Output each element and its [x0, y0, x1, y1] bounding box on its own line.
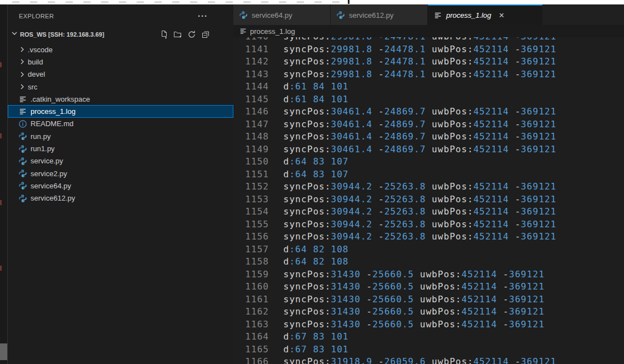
workspace-label: ROS_WS [SSH: 192.168.3.69] — [20, 31, 159, 38]
log-line: 1163syncPos:31430 -25660.5 uwbPos:452114… — [233, 318, 624, 331]
line-content: syncPos:30461.4 -24869.7 uwbPos:452114 -… — [283, 143, 556, 156]
log-line: 1164d:67 83 101 — [233, 331, 624, 343]
sidebar-item-label: src — [28, 83, 37, 91]
log-line: 1140syncPos:29981.8 -24478.1 uwbPos:4521… — [233, 37, 624, 43]
breadcrumb[interactable]: process_1.log — [233, 25, 624, 37]
new-file-icon[interactable] — [159, 30, 168, 39]
sidebar-item-service612-py[interactable]: service612.py — [8, 192, 233, 205]
log-line: 1153syncPos:30944.2 -25263.8 uwbPos:4521… — [233, 193, 624, 206]
file-text-icon — [18, 107, 28, 116]
python-icon — [18, 194, 28, 203]
activity-bar-mark — [0, 200, 2, 205]
log-line: 1158d:64 82 108 — [233, 256, 624, 268]
log-line: 1162syncPos:31430 -25660.5 uwbPos:452114… — [233, 306, 624, 318]
sidebar-item-label: .catkin_workspace — [31, 95, 90, 103]
line-number: 1162 — [233, 306, 269, 318]
sidebar-item-run1-py[interactable]: run1.py — [8, 142, 233, 154]
log-line: 1142syncPos:29981.8 -24478.1 uwbPos:4521… — [233, 56, 624, 68]
sidebar-item-label: build — [28, 58, 43, 66]
activity-bar-sliver — [0, 4, 8, 364]
python-icon — [239, 11, 248, 19]
activity-bar-mark — [0, 266, 2, 271]
line-number: 1161 — [233, 293, 269, 306]
line-content: syncPos:31430 -25660.5 uwbPos:452114 -36… — [283, 268, 545, 281]
line-content: syncPos:31430 -25660.5 uwbPos:452114 -36… — [283, 318, 545, 331]
line-content: syncPos:31430 -25660.5 uwbPos:452114 -36… — [283, 306, 545, 318]
tab-service612-py[interactable]: service612.py — [331, 4, 428, 25]
file-text-icon — [433, 11, 442, 20]
chevron-right-icon — [18, 82, 27, 91]
log-line: 1154syncPos:30944.2 -25263.8 uwbPos:4521… — [233, 206, 624, 218]
editor-pane[interactable]: 1140syncPos:29981.8 -24478.1 uwbPos:4521… — [233, 37, 624, 364]
line-number: 1140 — [233, 37, 269, 43]
sidebar-item-label: service2.py — [31, 169, 67, 178]
workspace-section-header[interactable]: ROS_WS [SSH: 192.168.3.69] — [8, 28, 233, 41]
sidebar-item-catkin-workspace[interactable]: .catkin_workspace — [8, 93, 233, 105]
sidebar-item-devel[interactable]: devel — [8, 68, 233, 81]
sidebar-item-process-1-log[interactable]: process_1.log — [8, 105, 233, 117]
line-content: d:64 82 108 — [283, 256, 349, 268]
sidebar-item-vscode[interactable]: .vscode — [8, 43, 233, 56]
line-content: d:64 83 107 — [283, 156, 349, 168]
line-content: syncPos:30461.4 -24869.7 uwbPos:452114 -… — [283, 118, 556, 131]
line-number: 1150 — [233, 156, 269, 168]
line-content: d:67 83 101 — [283, 331, 349, 343]
log-line: 1144d:61 84 101 — [233, 81, 624, 93]
tab-service64-py[interactable]: service64.py — [233, 4, 331, 25]
sidebar-item-label: service.py — [31, 157, 63, 165]
sidebar-item-label: process_1.log — [31, 107, 76, 116]
sidebar-item-label: run.py — [31, 132, 51, 141]
line-number: 1163 — [233, 318, 269, 331]
new-folder-icon[interactable] — [173, 30, 182, 39]
log-line: 1160syncPos:31430 -25660.5 uwbPos:452114… — [233, 281, 624, 293]
log-line: 1147syncPos:30461.4 -24869.7 uwbPos:4521… — [233, 118, 624, 131]
line-content: syncPos:30944.2 -25263.8 uwbPos:452114 -… — [283, 231, 556, 243]
sidebar-item-service-py[interactable]: service.py — [8, 155, 233, 167]
log-line: 1159syncPos:31430 -25660.5 uwbPos:452114… — [233, 268, 624, 281]
line-number: 1152 — [233, 181, 269, 193]
close-icon[interactable]: × — [499, 11, 504, 20]
line-content: syncPos:29981.8 -24478.1 uwbPos:452114 -… — [283, 68, 556, 81]
chevron-right-icon — [18, 57, 27, 66]
file-text-icon — [239, 27, 247, 36]
log-line: 1166syncPos:31918.9 -26059.6 uwbPos:4521… — [233, 356, 624, 364]
tab-process-1-log[interactable]: process_1.log× — [428, 4, 542, 25]
line-number: 1158 — [233, 256, 269, 268]
line-number: 1144 — [233, 81, 269, 93]
activity-bar-thumb — [0, 343, 7, 360]
log-line: 1141syncPos:29981.8 -24478.1 uwbPos:4521… — [233, 43, 624, 56]
refresh-icon[interactable] — [187, 30, 196, 39]
line-content: d:61 84 101 — [283, 93, 349, 106]
sidebar-item-service2-py[interactable]: service2.py — [8, 167, 233, 179]
line-number: 1165 — [233, 343, 269, 356]
tab-label: service64.py — [252, 11, 292, 19]
log-line: 1148syncPos:30461.4 -24869.7 uwbPos:4521… — [233, 131, 624, 143]
python-icon — [18, 144, 28, 153]
sidebar-item-service64-py[interactable]: service64.py — [8, 179, 233, 192]
sidebar-item-readme-md[interactable]: README.md — [8, 118, 233, 130]
line-number: 1153 — [233, 193, 269, 206]
line-content: syncPos:31430 -25660.5 uwbPos:452114 -36… — [283, 281, 545, 293]
sidebar-item-label: run1.py — [31, 144, 54, 153]
log-line: 1143syncPos:29981.8 -24478.1 uwbPos:4521… — [233, 68, 624, 81]
workspace-actions — [159, 30, 210, 39]
line-content: d:61 84 101 — [283, 81, 349, 93]
line-number: 1166 — [233, 356, 269, 364]
log-lines: 1140syncPos:29981.8 -24478.1 uwbPos:4521… — [233, 37, 624, 364]
tab-label: service612.py — [349, 11, 393, 19]
sidebar-item-label: service612.py — [31, 194, 75, 202]
tab-bar: service64.pyservice612.pyprocess_1.log× — [233, 4, 624, 25]
sidebar-item-label: devel — [28, 70, 45, 78]
log-line: 1151d:64 83 107 — [233, 168, 624, 181]
sidebar-item-run-py[interactable]: run.py — [8, 130, 233, 142]
line-number: 1159 — [233, 268, 269, 281]
sidebar-item-build[interactable]: build — [8, 56, 233, 68]
chevron-right-icon — [18, 45, 27, 54]
sidebar-item-src[interactable]: src — [8, 81, 233, 93]
editor-group: service64.pyservice612.pyprocess_1.log× … — [233, 4, 624, 364]
line-content: d:67 83 101 — [283, 343, 349, 356]
browser-edge-cursor-remnant — [348, 0, 350, 4]
more-actions-icon[interactable]: ··· — [198, 13, 208, 19]
line-content: d:64 83 107 — [283, 168, 349, 181]
collapse-all-icon[interactable] — [201, 30, 210, 39]
